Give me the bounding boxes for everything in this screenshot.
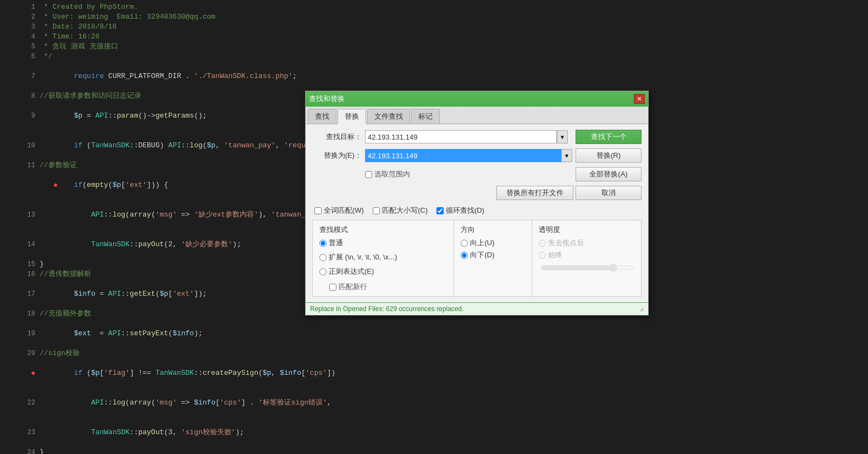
code-line: ◆ if ($p['flag'] !== TanWanSDK::createPa… — [22, 358, 868, 388]
code-line: 7 require CURR_PLATFORM_DIR . './TanWanS… — [22, 62, 868, 91]
search-mode-extended-radio[interactable] — [319, 254, 327, 261]
direction-down-radio[interactable] — [461, 252, 468, 259]
find-next-button[interactable]: 查找下一个 — [576, 130, 642, 144]
dialog-titlebar: 查找和替换 ✕ — [306, 91, 648, 107]
transparency-always-radio — [539, 252, 546, 259]
dialog-body: 查找目标： ▼ 查找下一个 替换为(E)： ▼ 替换(R) 选取 — [306, 124, 648, 302]
direction-panel: 方向 向上(U) 向下(D) — [454, 220, 532, 296]
transparency-panel: 透明度 失去焦点后 始终 — [532, 220, 641, 296]
direction-down-label: 向下(D) — [470, 250, 494, 260]
code-line: 23 TanWanSDK::payOut(3, 'sign校验失败'); — [22, 418, 868, 447]
transparency-always-label: 始终 — [548, 250, 562, 260]
tab-mark[interactable]: 标记 — [411, 109, 440, 124]
cancel-button[interactable]: 取消 — [576, 186, 642, 200]
search-mode-normal-label: 普通 — [329, 238, 343, 248]
code-line: 1 * Created by PhpStorm. — [22, 2, 868, 12]
transparency-title: 透明度 — [539, 225, 634, 235]
find-action-buttons: 查找下一个 — [576, 130, 642, 144]
search-mode-panel: 查找模式 普通 扩展 (\n, \r, \t, \0, \x...) 正则表达式… — [313, 220, 454, 296]
dialog-title: 查找和替换 — [309, 94, 345, 104]
loop-search-label: 循环查找(D) — [446, 206, 484, 215]
tab-find[interactable]: 查找 — [308, 109, 336, 124]
code-line: 3 * Date: 2018/8/16 — [22, 22, 868, 32]
code-line: 4 * Time: 16:26 — [22, 32, 868, 42]
replace-dropdown-btn[interactable]: ▼ — [561, 149, 572, 162]
search-mode-extended-label: 扩展 (\n, \r, \t, \0, \x...) — [329, 252, 397, 262]
tab-replace[interactable]: 替换 — [338, 109, 366, 124]
find-label: 查找目标： — [312, 132, 362, 142]
transparency-slider — [541, 263, 634, 272]
direction-title: 方向 — [461, 225, 524, 235]
replace-button[interactable]: 替换(R) — [576, 148, 642, 163]
dialog-tabs: 查找 替换 文件查找 标记 — [306, 107, 648, 124]
loop-search-checkbox[interactable] — [436, 207, 444, 214]
code-line: 2 * User: weiming Email: 329403630@qq.co… — [22, 12, 868, 22]
whole-word-checkbox[interactable] — [314, 207, 322, 214]
code-line: 22 API::log(array('msg' => $info['cps'] … — [22, 388, 868, 418]
search-mode-regex-radio[interactable] — [319, 268, 327, 275]
code-line: 19 $ext = API::setPayExt($info); — [22, 319, 868, 348]
direction-up-radio[interactable] — [461, 240, 468, 247]
status-text: Replace in Opened Files: 629 occurrences… — [310, 305, 464, 313]
find-input[interactable] — [365, 130, 557, 143]
find-dropdown-btn[interactable]: ▼ — [557, 130, 568, 143]
code-line: 24 } — [22, 447, 868, 454]
code-line: 5 * 贪玩 游戏 充值接口 — [22, 42, 868, 52]
transparency-blur-radio — [539, 240, 546, 247]
replace-all-open-button[interactable]: 替换所有打开文件 — [496, 186, 573, 200]
replace-all-button[interactable]: 全部替换(A) — [576, 167, 642, 181]
search-mode-title: 查找模式 — [319, 225, 447, 235]
match-case-label: 匹配大小写(C) — [382, 206, 428, 215]
find-replace-dialog: 查找和替换 ✕ 查找 替换 文件查找 标记 查找目标： ▼ 查找下一个 替换为(… — [305, 91, 649, 315]
tab-file-find[interactable]: 文件查找 — [367, 109, 410, 124]
dialog-close-button[interactable]: ✕ — [634, 94, 645, 104]
whole-word-label: 全词匹配(W) — [324, 206, 364, 215]
dialog-status: Replace in Opened Files: 629 occurrences… — [306, 302, 648, 315]
search-mode-regex-label: 正则表达式(E) — [329, 267, 374, 276]
replace-label: 替换为(E)： — [312, 151, 362, 160]
match-newline-label: 匹配新行 — [339, 282, 367, 292]
code-line: 6 */ — [22, 52, 868, 62]
match-case-checkbox[interactable] — [373, 207, 380, 214]
select-range-checkbox[interactable] — [365, 171, 372, 178]
search-mode-normal-radio[interactable] — [319, 240, 327, 247]
direction-up-label: 向上(U) — [470, 238, 494, 248]
transparency-blur-label: 失去焦点后 — [548, 238, 584, 248]
code-line: 20 //sign校验 — [22, 348, 868, 358]
replace-input[interactable] — [365, 149, 561, 162]
select-range-label: 选取范围内 — [374, 169, 410, 179]
match-newline-checkbox[interactable] — [329, 284, 336, 291]
resize-handle[interactable]: ⊿ — [639, 306, 644, 312]
